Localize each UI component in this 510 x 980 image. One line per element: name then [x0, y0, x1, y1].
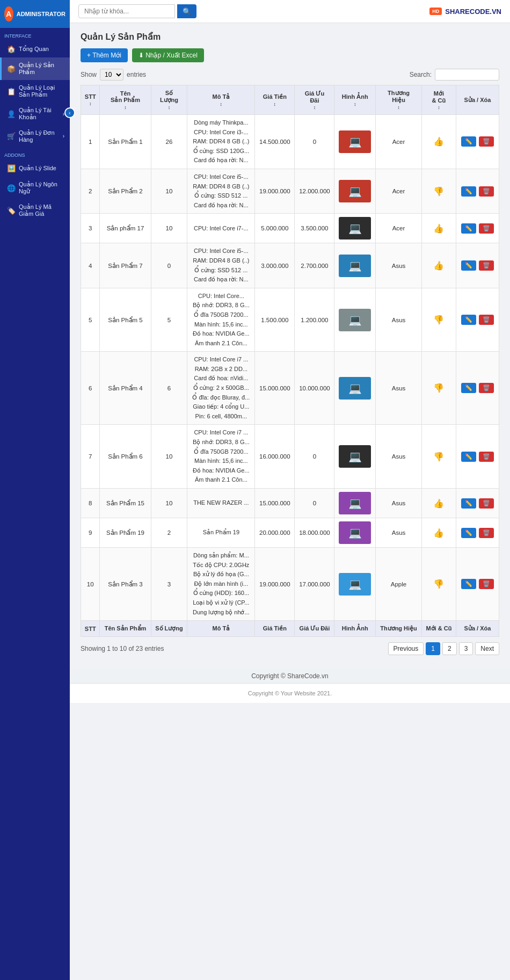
delete-button[interactable]: 🗑️: [479, 498, 494, 509]
edit-button[interactable]: ✏️: [461, 452, 476, 462]
table-search-input[interactable]: [435, 69, 499, 81]
footer-col-moi-cu: Mới & Cũ: [421, 621, 456, 637]
table-controls: Show 10 25 50 entries Search:: [81, 69, 499, 81]
cell-gia-uu-dai: 12.000.000: [295, 169, 334, 213]
sidebar-item-quan-ly-ngon-ngu[interactable]: 🌐 Quản Lý Ngôn Ngữ: [0, 177, 70, 199]
sidebar-toggle-button[interactable]: ‹: [64, 107, 75, 118]
arrow-icon: ›: [63, 133, 64, 139]
product-thumbnail: 💻: [339, 309, 371, 331]
col-gia-tien: Giá Tiền↕: [255, 85, 295, 115]
sidebar-item-tong-quan[interactable]: 🏠 Tổng Quan: [0, 41, 70, 57]
sidebar-item-label: Quản Lý Slide: [19, 165, 56, 172]
product-table: STT↕ TênSản Phẩm↕ SốLượng↕ Mô Tả↕ Giá Ti…: [81, 85, 499, 637]
show-entries: Show 10 25 50 entries: [81, 69, 146, 81]
sidebar-item-quan-ly-don-hang[interactable]: 🛒 Quản Lý Đơn Hàng ›: [0, 125, 70, 147]
product-thumbnail: 💻: [339, 377, 371, 400]
cell-ten: Sản Phẩm 7: [100, 243, 151, 288]
col-sua-xoa: Sửa / Xóa: [456, 85, 499, 115]
cell-hinh-anh: 💻: [334, 352, 376, 425]
footer-copyright: Copyright © Your Website 2021.: [248, 690, 332, 696]
cell-thuong-hieu: Asus: [376, 425, 422, 489]
delete-button[interactable]: 🗑️: [479, 579, 494, 589]
col-moi-cu: Mới& Cũ↕: [421, 85, 456, 115]
col-so-luong: SốLượng↕: [151, 85, 187, 115]
cell-gia-tien: 1.500.000: [255, 288, 295, 352]
col-mo-ta: Mô Tả↕: [187, 85, 255, 115]
delete-button[interactable]: 🗑️: [479, 260, 494, 271]
edit-button[interactable]: ✏️: [461, 136, 476, 147]
cell-thuong-hieu: Asus: [376, 243, 422, 288]
cell-moi-cu: 👎: [421, 548, 456, 621]
search-input[interactable]: [78, 4, 175, 18]
account-icon: 👤: [7, 110, 16, 118]
cell-ten: Sản Phẩm 2: [100, 169, 151, 213]
cell-ten: Sản Phẩm 3: [100, 548, 151, 621]
delete-button[interactable]: 🗑️: [479, 186, 494, 197]
cell-stt: 4: [81, 243, 100, 288]
sidebar-item-label: Quản Lý Đơn Hàng: [19, 129, 60, 143]
new-active-icon: 👍: [433, 224, 444, 233]
delete-button[interactable]: 🗑️: [479, 223, 494, 234]
sidebar-item-quan-ly-ma-giam-gia[interactable]: 🏷️ Quản Lý Mã Giảm Giá: [0, 199, 70, 222]
product-icon: 📦: [7, 65, 16, 73]
previous-button[interactable]: Previous: [388, 642, 424, 655]
product-thumbnail: 💻: [339, 573, 371, 596]
show-entries-select[interactable]: 10 25 50: [100, 69, 123, 81]
cell-hinh-anh: 💻: [334, 169, 376, 213]
cell-sua-xoa: ✏️ 🗑️: [456, 548, 499, 621]
sidebar-item-quan-ly-slide[interactable]: 🖼️ Quản Lý Slide: [0, 160, 70, 177]
footer-col-gia-tien: Giá Tiền: [255, 621, 295, 637]
cell-ten: Sản Phẩm 6: [100, 425, 151, 489]
edit-button[interactable]: ✏️: [461, 260, 476, 271]
cell-hinh-anh: 💻: [334, 489, 376, 518]
cell-gia-tien: 15.000.000: [255, 352, 295, 425]
cell-moi-cu: 👎: [421, 288, 456, 352]
addons-label: ADDONS: [0, 147, 70, 160]
edit-button[interactable]: ✏️: [461, 315, 476, 325]
page-1-button[interactable]: 1: [426, 642, 440, 655]
new-inactive-icon: 👎: [433, 452, 444, 461]
new-inactive-icon: 👎: [433, 383, 444, 393]
next-button[interactable]: Next: [475, 642, 499, 655]
excel-button[interactable]: ⬇ Nhập / Xuất Excel: [132, 48, 204, 62]
edit-button[interactable]: ✏️: [461, 186, 476, 197]
page-3-button[interactable]: 3: [459, 642, 473, 655]
cell-thuong-hieu: Asus: [376, 352, 422, 425]
delete-button[interactable]: 🗑️: [479, 452, 494, 462]
cell-sua-xoa: ✏️ 🗑️: [456, 352, 499, 425]
cell-so-luong: 10: [151, 425, 187, 489]
search-button[interactable]: 🔍: [177, 4, 196, 18]
interface-label: INTERFACE: [0, 28, 70, 41]
copyright-overlay: Copyright © ShareCode.vn: [70, 669, 510, 683]
cell-so-luong: 2: [151, 518, 187, 548]
delete-button[interactable]: 🗑️: [479, 383, 494, 393]
delete-button[interactable]: 🗑️: [479, 136, 494, 147]
add-product-button[interactable]: + Thêm Mới: [81, 48, 128, 62]
delete-button[interactable]: 🗑️: [479, 315, 494, 325]
top-bar: 🔍 HD SHARECODE.VN: [70, 0, 510, 23]
cell-ten: Sản Phẩm 5: [100, 288, 151, 352]
sidebar-item-quan-ly-tai-khoan[interactable]: 👤 Quản Lý Tài Khoản ›: [0, 103, 70, 125]
edit-button[interactable]: ✏️: [461, 528, 476, 538]
edit-button[interactable]: ✏️: [461, 579, 476, 589]
page-2-button[interactable]: 2: [442, 642, 457, 655]
delete-button[interactable]: 🗑️: [479, 528, 494, 538]
sidebar-item-label: Quản Lý Ngôn Ngữ: [19, 181, 64, 195]
sidebar-item-quan-ly-loai-san-pham[interactable]: 📋 Quản Lý Loại Sản Phẩm: [0, 80, 70, 103]
footer-col-so-luong: Số Lượng: [151, 621, 187, 637]
cell-mo-ta: CPU: Intel Core i7 ...RAM: 2GB x 2 DD...…: [187, 352, 255, 425]
product-thumbnail: 💻: [339, 445, 371, 468]
cell-hinh-anh: 💻: [334, 214, 376, 243]
cell-thuong-hieu: Asus: [376, 489, 422, 518]
col-gia-uu-dai: Giá ƯuĐãi↕: [295, 85, 334, 115]
table-footer: Showing 1 to 10 of 23 entries Previous 1…: [81, 637, 499, 660]
edit-button[interactable]: ✏️: [461, 498, 476, 509]
edit-button[interactable]: ✏️: [461, 223, 476, 234]
cell-ten: Sản Phẩm 4: [100, 352, 151, 425]
table-row: 2Sản Phẩm 210CPU: Intel Core i5-...RAM: …: [81, 169, 499, 213]
sidebar-item-quan-ly-san-pham[interactable]: 📦 Quản Lý Sản Phẩm: [0, 57, 70, 80]
toolbar: + Thêm Mới ⬇ Nhập / Xuất Excel: [81, 48, 499, 62]
table-row: 7Sản Phẩm 610CPU: Intel Core i7 ...Bộ nh…: [81, 425, 499, 489]
edit-button[interactable]: ✏️: [461, 383, 476, 393]
cell-so-luong: 10: [151, 489, 187, 518]
